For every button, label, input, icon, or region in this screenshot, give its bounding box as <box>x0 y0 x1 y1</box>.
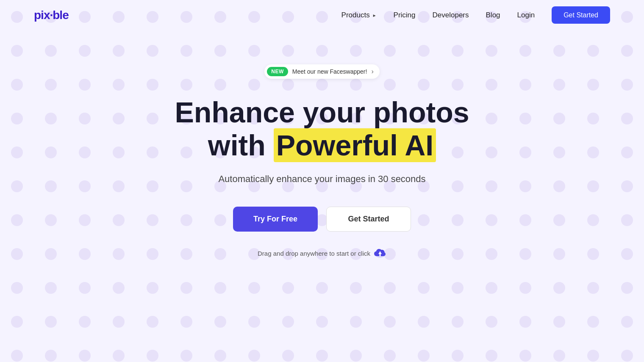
drag-hint-text: Drag and drop anywhere to start or click <box>258 250 370 257</box>
nav-item-get-started[interactable]: Get Started <box>552 11 610 19</box>
nav-item-developers[interactable]: Developers <box>433 11 469 19</box>
get-started-button[interactable]: Get Started <box>326 207 411 232</box>
nav-item-login[interactable]: Login <box>517 11 535 19</box>
drag-hint: Drag and drop anywhere to start or click <box>258 247 386 260</box>
logo[interactable]: pix·ble <box>34 8 69 22</box>
hero-subtitle: Automatically enhance your images in 30 … <box>218 174 425 185</box>
login-link[interactable]: Login <box>517 11 535 19</box>
blog-link[interactable]: Blog <box>486 11 500 19</box>
try-for-free-button[interactable]: Try For Free <box>233 207 318 232</box>
new-badge-text: Meet our new Faceswapper! <box>292 68 367 75</box>
hero-title-line2-pre: with <box>208 129 274 161</box>
nav-item-blog[interactable]: Blog <box>486 11 500 19</box>
hero-title: Enhance your photos with Powerful AI <box>175 96 469 162</box>
hero-section: NEW Meet our new Faceswapper! › Enhance … <box>0 30 644 260</box>
logo-text: pix·ble <box>34 8 69 22</box>
new-badge-label: NEW <box>267 67 288 76</box>
developers-link[interactable]: Developers <box>433 11 469 19</box>
nav-item-pricing[interactable]: Pricing <box>394 11 416 19</box>
pricing-link[interactable]: Pricing <box>394 11 416 19</box>
hero-title-highlight: Powerful AI <box>274 128 436 162</box>
nav-cta-button[interactable]: Get Started <box>552 6 610 24</box>
nav-item-products[interactable]: Products ► <box>341 11 377 19</box>
navbar: pix·ble Products ► Pricing Developers Bl… <box>0 0 644 30</box>
new-badge-arrow-icon: › <box>371 68 373 75</box>
cta-buttons: Try For Free Get Started <box>233 207 411 232</box>
new-badge-container[interactable]: NEW Meet our new Faceswapper! › <box>264 64 379 79</box>
upload-icon[interactable] <box>374 247 386 260</box>
hero-title-line1: Enhance your photos <box>175 96 469 128</box>
nav-links: Products ► Pricing Developers Blog Login… <box>341 11 610 19</box>
products-dropdown-icon: ► <box>372 13 377 18</box>
products-link[interactable]: Products <box>341 11 370 19</box>
